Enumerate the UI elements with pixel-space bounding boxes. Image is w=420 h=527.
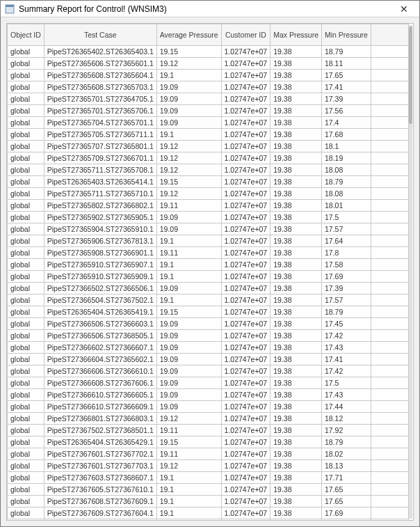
cell-max-pressure: 19.38 xyxy=(270,508,322,519)
table-row[interactable]: globalPipeST27365709.ST27366701.119.121.… xyxy=(8,152,409,164)
table-row[interactable]: globalPipeST27366610.ST27366609.119.091.… xyxy=(8,401,409,413)
cell-avg-pressure: 19.1 xyxy=(156,472,221,484)
table-row[interactable]: globalPipeST27365608.ST27365604.119.11.0… xyxy=(8,70,409,81)
cell-customer-id: 1.02747e+07 xyxy=(221,93,270,105)
cell-avg-pressure: 19.09 xyxy=(156,105,221,117)
cell-test-case: PipeST27366801.ST27366803.1 xyxy=(44,413,156,425)
col-object-id[interactable]: Object ID xyxy=(8,24,45,46)
cell-avg-pressure: 19.09 xyxy=(156,342,221,354)
table-row[interactable]: globalPipeST27365606.ST27365601.119.121.… xyxy=(8,58,409,70)
table-row[interactable]: globalPipeST27366604.ST27365602.119.091.… xyxy=(8,354,409,365)
cell-object-id: global xyxy=(8,176,45,188)
cell-object-id: global xyxy=(8,70,45,81)
table-row[interactable]: globalPipeST27367601.ST27367702.119.111.… xyxy=(8,448,409,460)
table-row[interactable]: globalPipeST26365404.ST26365419.119.151.… xyxy=(8,306,409,318)
cell-avg-pressure: 19.1 xyxy=(156,271,221,283)
cell-test-case: PipeST27365608.ST27365604.1 xyxy=(44,70,156,81)
table-row[interactable]: globalPipeST27367701.ST27367704.119.121.… xyxy=(8,519,409,521)
window-title: Summary Report for Control! (WNSIM3) xyxy=(19,4,393,14)
col-test-case[interactable]: Test Case xyxy=(44,24,156,46)
table-row[interactable]: globalPipeST27365701.ST27364705.119.091.… xyxy=(8,93,409,105)
table-row[interactable]: globalPipeST27365910.ST27365909.119.11.0… xyxy=(8,271,409,283)
table-row[interactable]: globalPipeST27366606.ST27366610.119.091.… xyxy=(8,365,409,377)
cell-test-case: PipeST27365701.ST27365706.1 xyxy=(44,105,156,117)
cell-min-pressure: 18.02 xyxy=(321,448,371,460)
close-button[interactable]: ✕ xyxy=(393,3,415,15)
table-row[interactable]: globalPipeST27365701.ST27365706.119.091.… xyxy=(8,105,409,117)
cell-avg-pressure: 19.09 xyxy=(156,401,221,413)
table-row[interactable]: globalPipeST26365402.ST26365403.119.151.… xyxy=(8,46,409,58)
cell-min-pressure: 17.41 xyxy=(321,81,371,93)
cell-min-pressure: 18.01 xyxy=(321,200,371,212)
cell-padding xyxy=(371,354,408,365)
table-scroll[interactable]: Object ID Test Case Average Pressure Cus… xyxy=(7,24,409,520)
table-row[interactable]: globalPipeST27365802.ST27366802.119.111.… xyxy=(8,200,409,212)
cell-test-case: PipeST27365704.ST27365701.1 xyxy=(44,117,156,129)
table-row[interactable]: globalPipeST27366610.ST27366605.119.091.… xyxy=(8,389,409,401)
cell-object-id: global xyxy=(8,200,45,212)
table-row[interactable]: globalPipeST27366602.ST27366607.119.091.… xyxy=(8,342,409,354)
cell-min-pressure: 17.5 xyxy=(321,212,371,223)
table-row[interactable]: globalPipeST27367502.ST27368501.119.111.… xyxy=(8,425,409,436)
cell-avg-pressure: 19.15 xyxy=(156,306,221,318)
table-row[interactable]: globalPipeST27365711.ST27365710.119.121.… xyxy=(8,188,409,200)
col-max-pressure[interactable]: Max Pressure xyxy=(270,24,322,46)
table-row[interactable]: globalPipeST27365608.ST27365703.119.091.… xyxy=(8,81,409,93)
cell-padding xyxy=(371,129,408,141)
cell-test-case: PipeST27366502.ST27366506.1 xyxy=(44,283,156,294)
table-row[interactable]: globalPipeST27365906.ST27367813.119.11.0… xyxy=(8,235,409,247)
cell-avg-pressure: 19.1 xyxy=(156,235,221,247)
col-min-pressure[interactable]: Min Pressure xyxy=(321,24,371,46)
table-row[interactable]: globalPipeST27366502.ST27366506.119.091.… xyxy=(8,283,409,294)
cell-object-id: global xyxy=(8,129,45,141)
table-row[interactable]: globalPipeST27367601.ST27367703.119.121.… xyxy=(8,460,409,472)
cell-padding xyxy=(371,152,408,164)
cell-max-pressure: 19.38 xyxy=(270,58,322,70)
cell-avg-pressure: 19.09 xyxy=(156,330,221,342)
table-row[interactable]: globalPipeST27367608.ST27367609.119.11.0… xyxy=(8,496,409,508)
cell-object-id: global xyxy=(8,508,45,519)
cell-test-case: PipeST27365910.ST27365909.1 xyxy=(44,271,156,283)
table-row[interactable]: globalPipeST27366801.ST27366803.119.121.… xyxy=(8,413,409,425)
cell-min-pressure: 17.43 xyxy=(321,342,371,354)
table-row[interactable]: globalPipeST27365902.ST27365905.119.091.… xyxy=(8,212,409,223)
cell-test-case: PipeST27365902.ST27365905.1 xyxy=(44,212,156,223)
table-row[interactable]: globalPipeST27366504.ST27367502.119.11.0… xyxy=(8,294,409,306)
cell-object-id: global xyxy=(8,81,45,93)
col-avg-pressure[interactable]: Average Pressure xyxy=(156,24,221,46)
cell-object-id: global xyxy=(8,484,45,496)
cell-object-id: global xyxy=(8,141,45,152)
cell-customer-id: 1.02747e+07 xyxy=(221,200,270,212)
table-row[interactable]: globalPipeST27365711.ST27365708.119.121.… xyxy=(8,164,409,176)
table-row[interactable]: globalPipeST27365704.ST27365701.119.091.… xyxy=(8,117,409,129)
titlebar: Summary Report for Control! (WNSIM3) ✕ xyxy=(1,1,419,17)
cell-padding xyxy=(371,70,408,81)
cell-test-case: PipeST27365906.ST27367813.1 xyxy=(44,235,156,247)
table-row[interactable]: globalPipeST26365403.ST26365414.119.151.… xyxy=(8,176,409,188)
summary-table: Object ID Test Case Average Pressure Cus… xyxy=(7,24,409,520)
table-row[interactable]: globalPipeST27365705.ST27365711.119.11.0… xyxy=(8,129,409,141)
cell-min-pressure: 18.13 xyxy=(321,460,371,472)
table-row[interactable]: globalPipeST27367609.ST27367604.119.11.0… xyxy=(8,508,409,519)
table-row[interactable]: globalPipeST27365908.ST27366901.119.111.… xyxy=(8,247,409,259)
vertical-scrollbar[interactable] xyxy=(409,25,412,519)
cell-avg-pressure: 19.09 xyxy=(156,389,221,401)
scrollbar-thumb[interactable] xyxy=(409,26,412,124)
col-customer-id[interactable]: Customer ID xyxy=(221,24,270,46)
table-row[interactable]: globalPipeST26365404.ST26365429.119.151.… xyxy=(8,436,409,448)
table-row[interactable]: globalPipeST27366608.ST27367606.119.091.… xyxy=(8,377,409,389)
table-row[interactable]: globalPipeST27366506.ST27366603.119.091.… xyxy=(8,318,409,330)
cell-max-pressure: 19.38 xyxy=(270,484,322,496)
cell-padding xyxy=(371,164,408,176)
table-row[interactable]: globalPipeST27366506.ST27368505.119.091.… xyxy=(8,330,409,342)
cell-test-case: PipeST27365904.ST27365910.1 xyxy=(44,223,156,235)
table-row[interactable]: globalPipeST27367603.ST27368607.119.11.0… xyxy=(8,472,409,484)
table-row[interactable]: globalPipeST27367605.ST27367610.119.11.0… xyxy=(8,484,409,496)
cell-padding xyxy=(371,46,408,58)
cell-max-pressure: 19.38 xyxy=(270,425,322,436)
table-row[interactable]: globalPipeST27365910.ST27365907.119.11.0… xyxy=(8,259,409,271)
table-row[interactable]: globalPipeST27365707.ST27365801.119.121.… xyxy=(8,141,409,152)
cell-avg-pressure: 19.09 xyxy=(156,377,221,389)
table-row[interactable]: globalPipeST27365904.ST27365910.119.091.… xyxy=(8,223,409,235)
cell-test-case: PipeST27367608.ST27367609.1 xyxy=(44,496,156,508)
